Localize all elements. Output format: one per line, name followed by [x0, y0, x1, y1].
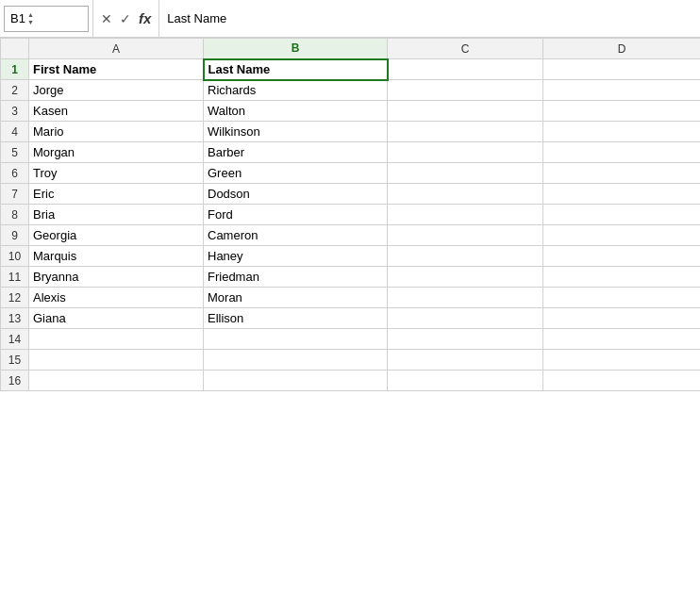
- spinner-down-icon[interactable]: ▼: [27, 19, 34, 26]
- cell-c5[interactable]: [388, 142, 543, 163]
- cell-d13[interactable]: [543, 308, 701, 329]
- cell-d16[interactable]: [543, 371, 701, 391]
- cell-a5[interactable]: Morgan: [29, 142, 204, 163]
- table-row: 6TroyGreen: [1, 163, 701, 184]
- cell-a12[interactable]: Alexis: [29, 288, 204, 308]
- cell-b6[interactable]: Green: [204, 163, 388, 184]
- row-number: 3: [1, 101, 29, 122]
- cell-d5[interactable]: [543, 142, 701, 163]
- cell-b14[interactable]: [204, 329, 388, 350]
- cell-c10[interactable]: [388, 246, 543, 267]
- table-row: 15: [1, 350, 701, 371]
- row-number: 14: [1, 329, 29, 350]
- cell-d6[interactable]: [543, 163, 701, 184]
- column-header-c[interactable]: C: [388, 39, 543, 59]
- row-number: 15: [1, 350, 29, 371]
- cell-a15[interactable]: [29, 350, 204, 371]
- cell-c15[interactable]: [388, 350, 543, 371]
- cell-a7[interactable]: Eric: [29, 184, 204, 205]
- cell-b5[interactable]: Barber: [204, 142, 388, 163]
- row-number: 6: [1, 163, 29, 184]
- table-row: 12AlexisMoran: [1, 288, 701, 308]
- cell-c4[interactable]: [388, 122, 543, 142]
- cell-c14[interactable]: [388, 329, 543, 350]
- cell-c16[interactable]: [388, 371, 543, 391]
- cell-b7[interactable]: Dodson: [204, 184, 388, 205]
- cell-reference-box[interactable]: B1 ▲ ▼: [4, 6, 89, 32]
- cell-b13[interactable]: Ellison: [204, 308, 388, 329]
- function-icon[interactable]: fx: [139, 10, 151, 26]
- cancel-icon[interactable]: ✕: [101, 11, 112, 26]
- cell-b11[interactable]: Friedman: [204, 267, 388, 288]
- cell-b3[interactable]: Walton: [204, 101, 388, 122]
- row-number: 2: [1, 80, 29, 101]
- cell-d14[interactable]: [543, 329, 701, 350]
- cell-d3[interactable]: [543, 101, 701, 122]
- cell-a8[interactable]: Bria: [29, 205, 204, 225]
- cell-c2[interactable]: [388, 80, 543, 101]
- row-number: 13: [1, 308, 29, 329]
- cell-reference-value: B1: [10, 11, 25, 25]
- table-row: 4MarioWilkinson: [1, 122, 701, 142]
- cell-d15[interactable]: [543, 350, 701, 371]
- cell-a10[interactable]: Marquis: [29, 246, 204, 267]
- cell-d12[interactable]: [543, 288, 701, 308]
- cell-a3[interactable]: Kasen: [29, 101, 204, 122]
- cell-a11[interactable]: Bryanna: [29, 267, 204, 288]
- table-row: 10MarquisHaney: [1, 246, 701, 267]
- cell-ref-spinners[interactable]: ▲ ▼: [27, 11, 34, 26]
- cell-c6[interactable]: [388, 163, 543, 184]
- cell-d7[interactable]: [543, 184, 701, 205]
- table-row: 16: [1, 371, 701, 391]
- cell-a16[interactable]: [29, 371, 204, 391]
- cell-c8[interactable]: [388, 205, 543, 225]
- cell-c7[interactable]: [388, 184, 543, 205]
- cell-d11[interactable]: [543, 267, 701, 288]
- cell-a14[interactable]: [29, 329, 204, 350]
- cell-c9[interactable]: [388, 225, 543, 246]
- cell-a13[interactable]: Giana: [29, 308, 204, 329]
- cell-d2[interactable]: [543, 80, 701, 101]
- cell-b16[interactable]: [204, 371, 388, 391]
- cell-b2[interactable]: Richards: [204, 80, 388, 101]
- cell-c12[interactable]: [388, 288, 543, 308]
- cell-a6[interactable]: Troy: [29, 163, 204, 184]
- spinner-up-icon[interactable]: ▲: [27, 11, 34, 19]
- cell-a9[interactable]: Georgia: [29, 225, 204, 246]
- cell-d8[interactable]: [543, 205, 701, 225]
- table-row: 1First NameLast Name: [1, 59, 701, 80]
- row-number: 9: [1, 225, 29, 246]
- row-number: 10: [1, 246, 29, 267]
- cell-d4[interactable]: [543, 122, 701, 142]
- cell-b15[interactable]: [204, 350, 388, 371]
- cell-b8[interactable]: Ford: [204, 205, 388, 225]
- row-number: 5: [1, 142, 29, 163]
- table-row: 13GianaEllison: [1, 308, 701, 329]
- cell-b1[interactable]: Last Name: [204, 59, 388, 80]
- cell-b12[interactable]: Moran: [204, 288, 388, 308]
- cell-a4[interactable]: Mario: [29, 122, 204, 142]
- spreadsheet-table: A B C D 1First NameLast Name2JorgeRichar…: [0, 38, 700, 391]
- cell-c1[interactable]: [388, 59, 543, 80]
- table-row: 14: [1, 329, 701, 350]
- column-header-a[interactable]: A: [29, 39, 204, 59]
- formula-content[interactable]: Last Name: [159, 11, 696, 25]
- cell-d10[interactable]: [543, 246, 701, 267]
- row-number: 8: [1, 205, 29, 225]
- cell-b9[interactable]: Cameron: [204, 225, 388, 246]
- cell-a2[interactable]: Jorge: [29, 80, 204, 101]
- cell-a1[interactable]: First Name: [29, 59, 204, 80]
- table-row: 11BryannaFriedman: [1, 267, 701, 288]
- cell-c13[interactable]: [388, 308, 543, 329]
- cell-d1[interactable]: [543, 59, 701, 80]
- table-row: 2JorgeRichards: [1, 80, 701, 101]
- cell-c11[interactable]: [388, 267, 543, 288]
- confirm-icon[interactable]: ✓: [120, 11, 131, 26]
- spreadsheet-body: 1First NameLast Name2JorgeRichards3Kasen…: [1, 59, 701, 391]
- cell-b10[interactable]: Haney: [204, 246, 388, 267]
- column-header-d[interactable]: D: [543, 39, 701, 59]
- column-header-b[interactable]: B: [204, 39, 388, 59]
- cell-c3[interactable]: [388, 101, 543, 122]
- cell-b4[interactable]: Wilkinson: [204, 122, 388, 142]
- cell-d9[interactable]: [543, 225, 701, 246]
